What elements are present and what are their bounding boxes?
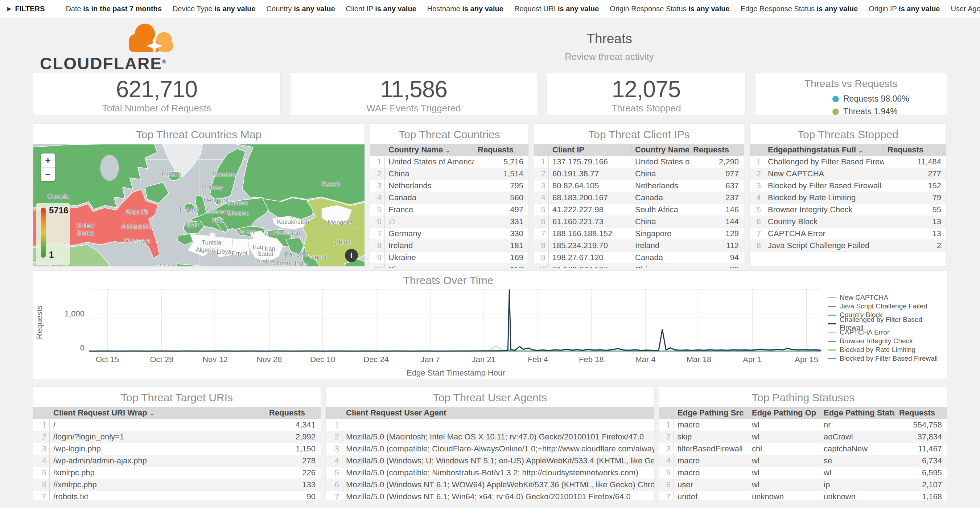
filter-item[interactable]: Request URI is any value	[514, 5, 599, 13]
cell: 6,595	[896, 467, 947, 479]
column-header[interactable]: Client IP	[549, 144, 632, 156]
table-row[interactable]: 3Netherlands795	[370, 180, 528, 192]
table-row[interactable]: 3Mozilla/5.0 (compatible; CloudFlare-Alw…	[326, 443, 654, 455]
table-row[interactable]: 7/robots.txt90	[33, 491, 321, 500]
table-row[interactable]: 1/4,341	[33, 419, 321, 431]
column-header[interactable]: Edgepathingstatus Full⌄	[764, 144, 884, 156]
column-header[interactable]: Requests	[884, 144, 946, 156]
filter-item[interactable]: Origin IP is any value	[869, 5, 940, 13]
table-row[interactable]: 260.191.38.77China977	[534, 168, 744, 180]
table-row[interactable]: 2skipwlaoCrawl37,834	[659, 431, 947, 443]
table-row[interactable]: 468.183.200.167Canada237	[534, 192, 744, 204]
table-row[interactable]: 4Blocked by Rate Limiting79	[750, 192, 946, 204]
filters-toggle[interactable]: ▶ FILTERS	[7, 5, 45, 13]
legend-item[interactable]: Browser Integrity Check	[828, 337, 943, 346]
table-row[interactable]: 541.222.227.98South Africa146	[534, 204, 744, 216]
legend-swatch-icon	[828, 358, 836, 359]
table-row[interactable]: 7Mozilla/5.0 (Windows NT 6.1; Win64; x64…	[326, 491, 654, 500]
table-row[interactable]: 661.160.221.73China144	[534, 216, 744, 228]
table-row[interactable]: 10Singapore158	[370, 264, 528, 268]
table-row[interactable]: 1137.175.79.166United States of America2…	[534, 156, 744, 168]
table-row[interactable]: 9Ukraine169	[370, 252, 528, 264]
table-row[interactable]: 6//xmlrpc.php133	[33, 479, 321, 491]
filter-item[interactable]: Origin Response Status is any value	[610, 5, 729, 13]
table-row[interactable]: 7Germany330	[370, 228, 528, 240]
column-header[interactable]: Requests	[896, 407, 947, 419]
legend-item[interactable]: Blocked by Rate Limiting	[828, 346, 943, 354]
table-row[interactable]: 6userwlip2,107	[659, 479, 947, 491]
column-header[interactable]: Requests	[266, 407, 321, 419]
cell: 68.183.200.167	[549, 192, 632, 204]
cell: 1	[370, 156, 385, 168]
column-header[interactable]: Requests	[689, 144, 744, 156]
legend-item[interactable]: Challenged by Filter Based Firewall	[828, 319, 943, 328]
column-header[interactable]: Requests	[474, 144, 528, 156]
table-row[interactable]: 1United States of America5,716	[370, 156, 528, 168]
table-row[interactable]: 8185.234.219.70Ireland112	[534, 240, 744, 252]
column-header[interactable]: Country Name⌄	[385, 144, 474, 156]
table-row[interactable]: 7CAPTCHA Error13	[750, 228, 946, 240]
table-row[interactable]: 5macrowlwl6,595	[659, 467, 947, 479]
cell: 7	[750, 228, 764, 239]
legend-item[interactable]: Java Script Challenge Failed	[828, 302, 943, 311]
table-row[interactable]: 3Blocked by Filter Based Firewall152	[750, 180, 946, 192]
world-map[interactable]: CanadaUnited StatesMexicoCubaIcelandIrel…	[33, 144, 365, 267]
table-row[interactable]: 4macrowlse6,734	[659, 455, 947, 467]
cell: Singapore	[385, 264, 474, 268]
filter-field: Client IP	[346, 5, 375, 13]
filter-item[interactable]: Edge Response Status is any value	[741, 5, 858, 13]
table-row[interactable]: 4/wp-admin/admin-ajax.php278	[33, 455, 321, 467]
map-country-label: Ukraine	[228, 210, 249, 217]
table-row[interactable]: 3/wp-login.php1,150	[33, 443, 321, 455]
column-header[interactable]: Country Name⌄	[632, 144, 689, 156]
column-header[interactable]: Client Request User Agent	[342, 407, 654, 419]
table-row[interactable]: 1Challenged by Filter Based Firewall11,4…	[750, 156, 946, 168]
table-row[interactable]: 1macrowlnr554,758	[659, 419, 947, 431]
filter-item[interactable]: User Agent is any value	[951, 5, 980, 13]
table-row[interactable]: 2China1,514	[370, 168, 528, 180]
cell: Germany	[385, 228, 474, 239]
table-row[interactable]: 2New CAPTCHA277	[750, 168, 946, 180]
table-row[interactable]: 7188.166.188.152Singapore129	[534, 228, 744, 240]
table-row[interactable]: 1061.160.247.127China89	[534, 264, 744, 268]
table-row[interactable]: 8Ireland181	[370, 240, 528, 252]
zoom-out-button[interactable]: −	[41, 167, 55, 181]
filter-field: Device Type	[173, 5, 214, 13]
cell: 152	[884, 180, 946, 191]
zoom-in-button[interactable]: +	[41, 153, 55, 167]
filter-item[interactable]: Date is in the past 7 months	[66, 5, 162, 13]
table-row[interactable]: 2Mozilla/5.0 (Macintosh; Intel Mac OS X …	[326, 431, 654, 443]
table-row[interactable]: 6∅331	[370, 216, 528, 228]
filter-item[interactable]: Hostname is any value	[427, 5, 503, 13]
table-row[interactable]: 9198.27.67.120Canada94	[534, 252, 744, 264]
table-row[interactable]: 380.82.64.105Netherlands637	[534, 180, 744, 192]
column-header[interactable]: Edge Pathing Src	[674, 407, 748, 419]
column-header[interactable]: Client Request URI Wrap⌄	[50, 407, 266, 419]
column-header[interactable]: Edge Pathing Op	[748, 407, 820, 419]
filter-item[interactable]: Client IP is any value	[346, 5, 416, 13]
table-row[interactable]: 8Java Script Challenge Failed2	[750, 240, 946, 252]
table-row[interactable]: 7undefunknownunknown1,168	[659, 491, 947, 500]
legend-item[interactable]: New CAPTCHA	[828, 293, 943, 302]
table-row[interactable]: 1	[326, 419, 654, 431]
table-row[interactable]: 5/xmlrpc.php226	[33, 467, 321, 479]
table-row[interactable]: 6Mozilla/5.0 (Windows NT 6.1; WOW64) App…	[326, 479, 654, 491]
filter-item[interactable]: Device Type is any value	[173, 5, 256, 13]
table-row[interactable]: 2/login/?login_only=12,992	[33, 431, 321, 443]
legend-item[interactable]: Blocked by Filter Based Firewall	[828, 354, 943, 363]
info-icon[interactable]: i	[345, 249, 358, 262]
table-row[interactable]: 4Canada560	[370, 192, 528, 204]
line-chart-plot[interactable]	[89, 289, 821, 352]
cell: 10	[370, 264, 385, 268]
table-row[interactable]: 5Mozilla/5.0 (compatible; Nimbostratus-B…	[326, 467, 654, 479]
filter-item[interactable]: Country is any value	[267, 5, 335, 13]
table-row[interactable]: 5Browser Integrity Check55	[750, 204, 946, 216]
table-row[interactable]: 4Mozilla/5.0 (Windows; U; Windows NT 5.1…	[326, 455, 654, 467]
cell: Ukraine	[385, 252, 474, 263]
table-row[interactable]: 5France497	[370, 204, 528, 216]
table-row[interactable]: 6Country Block13	[750, 216, 946, 228]
table-title: Top Threat User Agents	[326, 387, 654, 407]
table-row[interactable]: 3filterBasedFirewallchlcaptchaNew11,467	[659, 443, 947, 455]
column-header[interactable]: Edge Pathing Status⌄	[820, 407, 896, 419]
kpi-label: Threats Stopped	[547, 103, 745, 114]
